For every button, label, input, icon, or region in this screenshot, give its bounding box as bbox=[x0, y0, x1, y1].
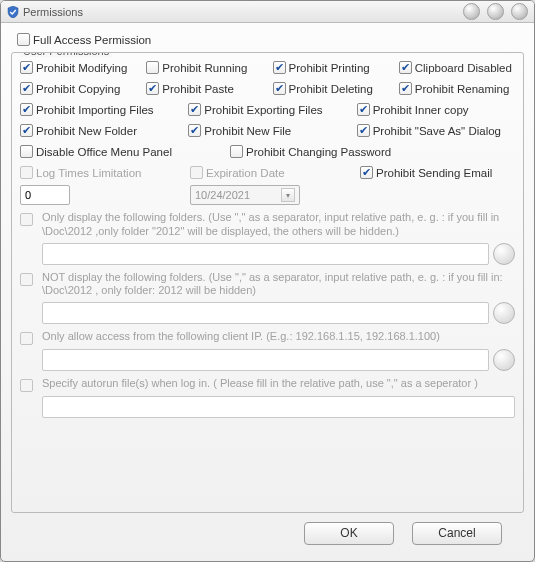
dropdown-icon[interactable]: ▾ bbox=[281, 188, 295, 202]
checkbox-icon: ✔ bbox=[357, 103, 370, 116]
checkbox-icon: ✔ bbox=[357, 124, 370, 137]
prohibit-innercopy-checkbox[interactable]: ✔Prohibit Inner copy bbox=[357, 103, 515, 116]
checkbox-icon: ✔ bbox=[399, 82, 412, 95]
checkbox-icon: ✔ bbox=[188, 124, 201, 137]
checkbox-label: Prohibit Paste bbox=[162, 83, 234, 95]
checkbox-label: Prohibit New File bbox=[204, 125, 291, 137]
checkbox-icon: ✔ bbox=[20, 82, 33, 95]
autorun-input[interactable] bbox=[42, 396, 515, 418]
checkbox-label: Clipboard Disabled bbox=[415, 62, 512, 74]
not-display-folders-input[interactable] bbox=[42, 302, 489, 324]
checkbox-label: Prohibit Printing bbox=[289, 62, 370, 74]
checkbox-icon: ✔ bbox=[273, 61, 286, 74]
checkbox-icon bbox=[20, 166, 33, 179]
checkbox-label: Prohibit Copying bbox=[36, 83, 120, 95]
prohibit-changing-password-checkbox[interactable]: Prohibit Changing Password bbox=[230, 145, 515, 158]
checkbox-label: Prohibit Changing Password bbox=[246, 146, 391, 158]
prohibit-printing-checkbox[interactable]: ✔Prohibit Printing bbox=[273, 61, 389, 74]
checkbox-label: Prohibit Sending Email bbox=[376, 167, 492, 179]
browse-button[interactable] bbox=[493, 349, 515, 371]
titlebar: Permissions bbox=[1, 1, 534, 23]
checkbox-label: Prohibit Importing Files bbox=[36, 104, 154, 116]
autorun-option: Specify autorun file(s) when log in. ( P… bbox=[20, 377, 515, 418]
option-description: Specify autorun file(s) when log in. ( P… bbox=[42, 377, 515, 392]
window-title: Permissions bbox=[23, 6, 83, 18]
dialog-content: Full Access Permission User Permissions … bbox=[1, 23, 534, 561]
option-description: Only allow access from the following cli… bbox=[42, 330, 515, 345]
prohibit-saveas-checkbox[interactable]: ✔Prohibit "Save As" Dialog bbox=[357, 124, 515, 137]
checkbox-icon: ✔ bbox=[188, 103, 201, 116]
prohibit-exporting-checkbox[interactable]: ✔Prohibit Exporting Files bbox=[188, 103, 346, 116]
checkbox-label: Prohibit Inner copy bbox=[373, 104, 469, 116]
checkbox-label: Prohibit Running bbox=[162, 62, 247, 74]
checkbox-label: Prohibit Deleting bbox=[289, 83, 373, 95]
client-ip-option: Only allow access from the following cli… bbox=[20, 330, 515, 371]
minimize-button[interactable] bbox=[463, 3, 480, 20]
close-button[interactable] bbox=[511, 3, 528, 20]
checkbox-icon: ✔ bbox=[20, 61, 33, 74]
prohibit-paste-checkbox[interactable]: ✔Prohibit Paste bbox=[146, 82, 262, 95]
full-access-checkbox[interactable]: Full Access Permission bbox=[17, 33, 522, 46]
checkbox-icon[interactable] bbox=[20, 213, 33, 226]
checkbox-icon bbox=[20, 145, 33, 158]
expiration-date-checkbox[interactable]: Expiration Date bbox=[190, 166, 350, 179]
disable-officemenu-checkbox[interactable]: Disable Office Menu Panel bbox=[20, 145, 220, 158]
checkbox-icon: ✔ bbox=[20, 103, 33, 116]
checkbox-label: Prohibit New Folder bbox=[36, 125, 137, 137]
checkbox-label: Prohibit Renaming bbox=[415, 83, 510, 95]
checkbox-label: Prohibit "Save As" Dialog bbox=[373, 125, 501, 137]
checkbox-label: Prohibit Exporting Files bbox=[204, 104, 322, 116]
date-value: 10/24/2021 bbox=[195, 189, 250, 201]
expiration-date-input[interactable]: 10/24/2021 ▾ bbox=[190, 185, 300, 205]
option-description: Only display the following folders. (Use… bbox=[42, 211, 515, 239]
checkbox-icon bbox=[190, 166, 203, 179]
group-title: User Permissions bbox=[20, 52, 112, 57]
checkbox-label: Prohibit Modifying bbox=[36, 62, 127, 74]
prohibit-importing-checkbox[interactable]: ✔Prohibit Importing Files bbox=[20, 103, 178, 116]
checkbox-icon[interactable] bbox=[20, 273, 33, 286]
logtimes-input[interactable] bbox=[20, 185, 70, 205]
clipboard-disabled-checkbox[interactable]: ✔Clipboard Disabled bbox=[399, 61, 515, 74]
client-ip-input[interactable] bbox=[42, 349, 489, 371]
browse-button[interactable] bbox=[493, 302, 515, 324]
checkbox-icon: ✔ bbox=[360, 166, 373, 179]
checkbox-icon: ✔ bbox=[399, 61, 412, 74]
not-display-folders-option: NOT display the following folders. (Use … bbox=[20, 271, 515, 325]
cancel-button[interactable]: Cancel bbox=[412, 522, 502, 545]
ok-button[interactable]: OK bbox=[304, 522, 394, 545]
prohibit-renaming-checkbox[interactable]: ✔Prohibit Renaming bbox=[399, 82, 515, 95]
checkbox-icon[interactable] bbox=[20, 332, 33, 345]
user-permissions-group: User Permissions ✔Prohibit Modifying Pro… bbox=[11, 52, 524, 513]
checkbox-label: Disable Office Menu Panel bbox=[36, 146, 172, 158]
prohibit-running-checkbox[interactable]: Prohibit Running bbox=[146, 61, 262, 74]
checkbox-icon: ✔ bbox=[273, 82, 286, 95]
checkbox-icon bbox=[230, 145, 243, 158]
prohibit-sending-email-checkbox[interactable]: ✔Prohibit Sending Email bbox=[360, 166, 515, 179]
checkbox-icon[interactable] bbox=[20, 379, 33, 392]
option-description: NOT display the following folders. (Use … bbox=[42, 271, 515, 299]
prohibit-newfolder-checkbox[interactable]: ✔Prohibit New Folder bbox=[20, 124, 178, 137]
only-display-folders-option: Only display the following folders. (Use… bbox=[20, 211, 515, 265]
maximize-button[interactable] bbox=[487, 3, 504, 20]
button-bar: OK Cancel bbox=[11, 513, 524, 553]
checkbox-label: Expiration Date bbox=[206, 167, 285, 179]
prohibit-newfile-checkbox[interactable]: ✔Prohibit New File bbox=[188, 124, 346, 137]
browse-button[interactable] bbox=[493, 243, 515, 265]
checkbox-icon bbox=[146, 61, 159, 74]
only-display-folders-input[interactable] bbox=[42, 243, 489, 265]
full-access-label: Full Access Permission bbox=[33, 34, 151, 46]
checkbox-icon: ✔ bbox=[20, 124, 33, 137]
prohibit-deleting-checkbox[interactable]: ✔Prohibit Deleting bbox=[273, 82, 389, 95]
checkbox-label: Log Times Limitation bbox=[36, 167, 141, 179]
logtimes-checkbox[interactable]: Log Times Limitation bbox=[20, 166, 180, 179]
permissions-dialog: Permissions Full Access Permission User … bbox=[0, 0, 535, 562]
checkbox-icon bbox=[17, 33, 30, 46]
shield-icon bbox=[7, 6, 19, 18]
prohibit-modifying-checkbox[interactable]: ✔Prohibit Modifying bbox=[20, 61, 136, 74]
prohibit-copying-checkbox[interactable]: ✔Prohibit Copying bbox=[20, 82, 136, 95]
checkbox-icon: ✔ bbox=[146, 82, 159, 95]
